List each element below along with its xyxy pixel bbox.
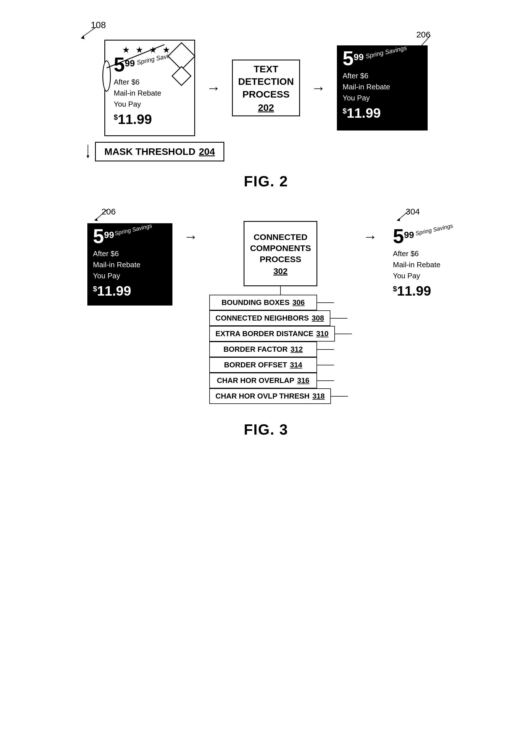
param-label-4: BORDER OFFSET <box>224 361 287 369</box>
process-title-fig2: TEXT DETECTION PROCESS <box>233 63 299 100</box>
param-box-1: CONNECTED NEIGHBORS308 <box>209 310 331 326</box>
param-row-2: EXTRA BORDER DISTANCE310 <box>209 326 352 341</box>
fig2-input-box: ★ ★ ★ ★ 5 99 Spring Savings After $6 Mai… <box>104 40 195 136</box>
output-spring-tag: Spring Savings <box>365 44 408 60</box>
param-label-5: CHAR HOR OVERLAP <box>217 376 294 385</box>
output-dollar: $ <box>343 107 347 116</box>
output-price-sup: 99 <box>354 52 364 63</box>
arrow-to-output-fig3: → <box>363 230 378 244</box>
param-connector-1 <box>331 318 347 319</box>
ref-206-fig3: 206 <box>101 207 116 216</box>
mask-threshold-box: MASK THRESHOLD 204 <box>95 142 224 161</box>
fig3-left-col: 206 5 99 Spring Savings <box>87 207 173 306</box>
param-connector-6 <box>331 396 348 396</box>
cc-process-title: CONNECTED COMPONENTS PROCESS <box>245 231 316 265</box>
param-connector-0 <box>317 302 334 303</box>
param-connector-3 <box>317 349 334 350</box>
mask-threshold-label: MASK THRESHOLD <box>104 146 196 157</box>
param-box-2: EXTRA BORDER DISTANCE310 <box>209 326 335 341</box>
output-mail: Mail-in Rebate <box>343 81 390 93</box>
f3-out-spring: Spring Savings <box>415 222 453 237</box>
param-label-6: CHAR HOR OVLP THRESH <box>216 392 310 400</box>
f3-input-youpay: You Pay <box>93 270 141 282</box>
param-connector-4 <box>317 365 334 365</box>
input-final-price: 11.99 <box>118 112 152 127</box>
arrow-to-cc-process: → <box>184 230 198 244</box>
param-box-5: CHAR HOR OVERLAP316 <box>209 373 317 388</box>
param-row-3: BORDER FACTOR312 <box>209 341 352 357</box>
fig2-label: FIG. 2 <box>244 173 288 190</box>
param-label-0: BOUNDING BOXES <box>222 298 289 307</box>
text-detection-process-box: TEXT DETECTION PROCESS 202 <box>232 60 300 116</box>
f3-input-after: After $6 <box>93 248 141 259</box>
svg-marker-5 <box>87 155 89 158</box>
param-label-3: BORDER FACTOR <box>224 345 287 354</box>
arrow-to-process-fig2: → <box>206 81 221 95</box>
f3-out-after: After $6 <box>393 248 441 259</box>
fig2-wrapper: 108 ★ ★ ★ ★ 5 <box>23 17 509 201</box>
fig3-wrapper: 206 5 99 Spring Savings <box>23 201 509 449</box>
param-num-5: 316 <box>297 376 309 385</box>
fig3-center-col: CONNECTED COMPONENTS PROCESS 302 BOUNDIN… <box>209 207 352 404</box>
f3-out-dollar: $ <box>393 284 397 293</box>
output-price-big: 5 <box>343 50 354 68</box>
output-youpay: You Pay <box>343 93 390 103</box>
param-connector-2 <box>335 334 352 334</box>
f3-out-mail: Mail-in Rebate <box>393 259 441 270</box>
f3-input-price-sup: 99 <box>104 230 114 240</box>
f3-input-price-big: 5 <box>93 228 104 245</box>
input-mail: Mail-in Rebate <box>114 88 161 99</box>
fig3-right-col: 304 5 99 Spring Savings <box>389 207 445 303</box>
param-num-0: 306 <box>292 298 305 307</box>
f3-out-price-sup: 99 <box>404 230 414 240</box>
param-connector-5 <box>317 380 334 381</box>
page-container: 108 ★ ★ ★ ★ 5 <box>0 0 532 756</box>
output-final-price: 11.99 <box>347 105 381 121</box>
fig3-output-box: 5 99 Spring Savings After $6 Mail-in Reb… <box>389 223 445 303</box>
param-num-3: 312 <box>290 345 303 354</box>
fig3-input-black-box: 5 99 Spring Savings After $6 Mail-in Reb… <box>87 223 173 306</box>
param-box-3: BORDER FACTOR312 <box>209 341 317 357</box>
ref-304-fig3: 304 <box>406 207 420 216</box>
output-after: After $6 <box>343 70 390 81</box>
fig2-output-container: 206 5 99 Spring Savings <box>337 45 428 130</box>
param-label-1: CONNECTED NEIGHBORS <box>216 314 309 323</box>
arrow-to-output-fig2: → <box>311 81 326 95</box>
param-row-6: CHAR HOR OVLP THRESH318 <box>209 388 352 404</box>
input-youpay: You Pay <box>114 99 161 110</box>
f3-out-price-big: 5 <box>393 228 404 245</box>
cc-process-box: CONNECTED COMPONENTS PROCESS 302 <box>244 221 317 286</box>
param-num-6: 318 <box>312 392 325 400</box>
mask-threshold-num: 204 <box>199 146 215 157</box>
ref-108: 108 <box>91 20 106 30</box>
input-dollar: $ <box>114 113 118 122</box>
param-row-0: BOUNDING BOXES306 <box>209 295 352 310</box>
param-label-2: EXTRA BORDER DISTANCE <box>216 329 313 338</box>
param-row-5: CHAR HOR OVERLAP316 <box>209 373 352 388</box>
f3-input-dollar: $ <box>93 284 97 293</box>
param-num-4: 314 <box>290 361 302 369</box>
svg-marker-9 <box>397 218 400 221</box>
process-num-fig2: 202 <box>258 102 274 113</box>
fig2-output-black-box: 5 99 Spring Savings After $6 Mail-in Reb… <box>337 45 428 130</box>
param-box-6: CHAR HOR OVLP THRESH318 <box>209 388 331 404</box>
f3-input-spring: Spring Savings <box>114 222 152 237</box>
f3-out-final: 11.99 <box>397 283 431 299</box>
param-row-4: BORDER OFFSET314 <box>209 357 352 373</box>
f3-input-mail: Mail-in Rebate <box>93 259 141 270</box>
param-row-1: CONNECTED NEIGHBORS308 <box>209 310 352 326</box>
input-after: After $6 <box>114 77 161 88</box>
param-num-2: 310 <box>316 329 329 338</box>
cc-process-num: 302 <box>273 266 287 276</box>
f3-out-youpay: You Pay <box>393 270 441 282</box>
param-box-0: BOUNDING BOXES306 <box>209 295 317 310</box>
f3-input-final: 11.99 <box>97 283 131 299</box>
param-boxes-col: BOUNDING BOXES306CONNECTED NEIGHBORS308E… <box>209 295 352 404</box>
fig3-label: FIG. 3 <box>244 421 288 438</box>
param-num-1: 308 <box>312 314 324 323</box>
param-box-4: BORDER OFFSET314 <box>209 357 317 373</box>
